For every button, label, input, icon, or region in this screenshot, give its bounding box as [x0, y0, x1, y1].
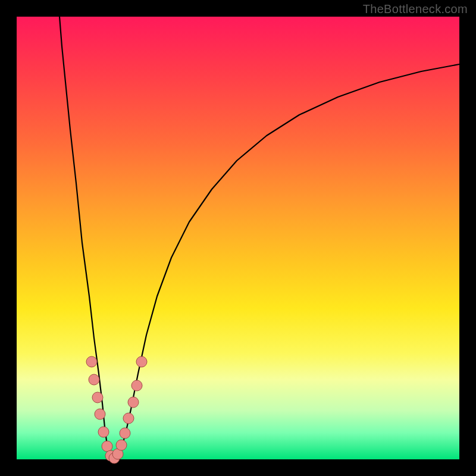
curve-layer [17, 17, 459, 459]
data-marker [86, 356, 97, 367]
data-marker [98, 427, 109, 437]
chart-frame: TheBottleneck.com [0, 0, 476, 476]
data-marker [116, 440, 127, 450]
data-marker [123, 413, 134, 424]
data-marker [131, 380, 142, 391]
data-marker [120, 428, 130, 439]
data-marker [136, 356, 147, 367]
data-marker [95, 409, 105, 419]
data-marker [89, 374, 99, 385]
bottleneck-curve [60, 17, 459, 458]
data-marker [128, 397, 139, 408]
watermark-text: TheBottleneck.com [363, 2, 468, 16]
data-marker [92, 392, 103, 403]
data-marker [102, 441, 112, 452]
plot-area [17, 17, 459, 459]
